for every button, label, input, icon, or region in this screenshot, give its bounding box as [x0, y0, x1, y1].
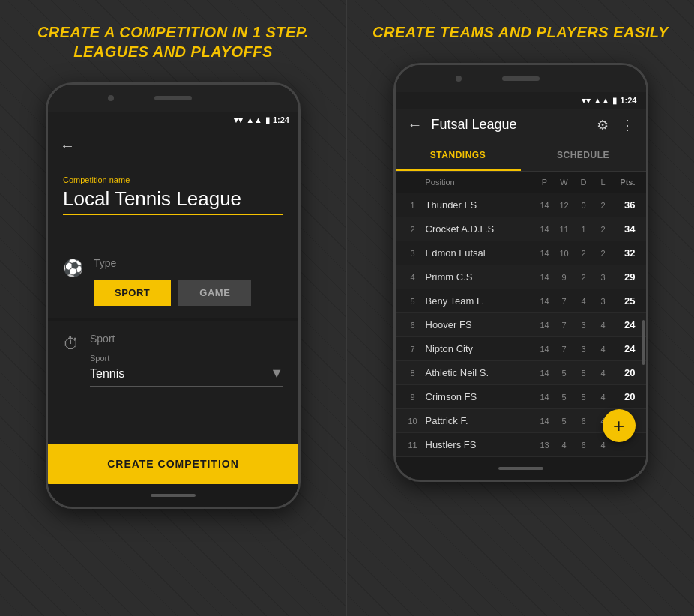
row-p: 14: [535, 225, 555, 234]
right-title: CREATE TEAMS AND PLAYERS EASILY: [372, 22, 669, 42]
row-d: 6: [574, 417, 594, 426]
speaker-right: [502, 76, 540, 81]
table-row[interactable]: 5 Beny Team F. 14 7 4 3 25: [396, 289, 646, 313]
tabs-bar: STANDINGS SCHEDULE: [396, 141, 646, 172]
app-header-left: ←: [48, 128, 298, 163]
row-w: 7: [555, 297, 574, 306]
table-row[interactable]: 2 Crocket A.D.F.S 14 11 1 2 34: [396, 217, 646, 241]
phone-top-bar-right: [396, 65, 646, 92]
row-d: 2: [574, 273, 594, 282]
table-row[interactable]: 9 Crimson FS 14 5 5 4 20: [396, 385, 646, 409]
sport-button[interactable]: SPORT: [94, 280, 171, 306]
table-row[interactable]: 7 Nipton City 14 7 3 4 24: [396, 337, 646, 361]
tab-schedule[interactable]: SCHEDULE: [521, 141, 646, 171]
phone-left: ▾▾ ▲▲ ▮ 1:24 ← Competition name Local Te…: [46, 82, 301, 509]
table-row[interactable]: 8 Athletic Neil S. 14 5 5 4 20: [396, 361, 646, 385]
row-team-name: Pattrick F.: [420, 415, 535, 426]
game-button[interactable]: GAME: [178, 280, 251, 306]
row-pts: 24: [613, 319, 636, 330]
table-row[interactable]: 4 Primm C.S 14 9 2 3 29: [396, 265, 646, 289]
type-buttons: SPORT GAME: [94, 280, 283, 306]
row-pts: 24: [613, 343, 636, 354]
form-spacer: [48, 399, 298, 444]
sport-dropdown[interactable]: Tennis ▼: [90, 366, 283, 387]
row-p: 14: [535, 273, 555, 282]
row-d: 5: [574, 393, 594, 402]
sport-section: ⏱ Sport Sport Tennis ▼: [48, 321, 298, 399]
header-left: ← Futsal League: [408, 116, 517, 133]
status-bar-left: ▾▾ ▲▲ ▮ 1:24: [48, 112, 298, 128]
wifi-icon-right: ▾▾: [582, 96, 591, 106]
row-w: 5: [555, 417, 574, 426]
row-position: 11: [406, 441, 420, 450]
back-button-right[interactable]: ←: [408, 116, 423, 133]
row-team-name: Beny Team F.: [420, 295, 535, 307]
row-d: 2: [574, 249, 594, 258]
row-pts: 29: [613, 271, 636, 283]
row-p: 14: [535, 321, 555, 330]
signal-icon: ▲▲: [246, 115, 262, 124]
header-action-icons: ⚙ ⋮: [597, 117, 634, 133]
row-w: 5: [555, 393, 574, 402]
fab-add-button[interactable]: +: [603, 409, 636, 442]
type-section: ⚽ Type SPORT GAME: [48, 245, 298, 318]
app-title: Futsal League: [432, 117, 517, 133]
row-w: 4: [555, 441, 574, 450]
row-pts: 20: [613, 367, 636, 378]
row-l: 4: [594, 345, 613, 354]
row-team-name: Crocket A.D.F.S: [420, 223, 535, 235]
table-header: Position P W D L Pts.: [396, 172, 646, 193]
row-pts: 34: [613, 223, 636, 235]
row-p: 14: [535, 201, 555, 210]
row-position: 7: [406, 345, 420, 354]
row-position: 8: [406, 369, 420, 378]
status-icons-left: ▾▾ ▲▲ ▮ 1:24: [234, 115, 289, 125]
row-position: 9: [406, 393, 420, 402]
table-row[interactable]: 6 Hoover FS 14 7 3 4 24: [396, 313, 646, 337]
table-row[interactable]: 1 Thunder FS 14 12 0 2 36: [396, 193, 646, 217]
speaker-left: [154, 96, 192, 100]
row-l: 4: [594, 321, 613, 330]
row-team-name: Athletic Neil S.: [420, 367, 535, 378]
battery-icon: ▮: [265, 115, 270, 125]
app-header-right: ← Futsal League ⚙ ⋮: [396, 109, 646, 141]
competition-name-value[interactable]: Local Tennis League: [63, 187, 283, 215]
row-position: 6: [406, 321, 420, 330]
more-options-icon[interactable]: ⋮: [621, 117, 634, 133]
row-p: 13: [535, 441, 555, 450]
create-competition-bar[interactable]: CREATE COMPETITION: [48, 444, 298, 484]
row-team-name: Thunder FS: [420, 199, 535, 211]
row-w: 12: [555, 201, 574, 210]
tab-standings[interactable]: STANDINGS: [396, 141, 521, 171]
status-icons-right: ▾▾ ▲▲ ▮ 1:24: [582, 96, 637, 106]
sport-selected-value: Tennis: [90, 367, 124, 381]
create-competition-label: CREATE COMPETITION: [107, 458, 239, 470]
scrollbar-indicator: [642, 320, 645, 365]
row-team-name: Hoover FS: [420, 319, 535, 330]
row-l: 4: [594, 369, 613, 378]
battery-icon-right: ▮: [612, 96, 617, 106]
row-p: 14: [535, 345, 555, 354]
sport-icon: ⏱: [63, 334, 79, 354]
row-p: 14: [535, 369, 555, 378]
row-w: 10: [555, 249, 574, 258]
row-w: 11: [555, 225, 574, 234]
settings-icon[interactable]: ⚙: [597, 117, 609, 133]
row-team-name: Edmon Futsal: [420, 247, 535, 259]
row-l: 2: [594, 225, 613, 234]
signal-icon-right: ▲▲: [594, 96, 610, 105]
row-position: 10: [406, 417, 420, 426]
table-row[interactable]: 3 Edmon Futsal 14 10 2 2 32: [396, 241, 646, 265]
row-w: 7: [555, 345, 574, 354]
row-p: 14: [535, 393, 555, 402]
row-team-name: Nipton City: [420, 343, 535, 354]
back-button-left[interactable]: ←: [60, 137, 75, 154]
row-pts: 25: [613, 295, 636, 307]
row-w: 5: [555, 369, 574, 378]
row-l: 4: [594, 393, 613, 402]
dropdown-arrow-icon: ▼: [270, 366, 283, 381]
row-position: 2: [406, 225, 420, 234]
row-position: 3: [406, 249, 420, 258]
camera-right: [456, 76, 462, 82]
row-l: 3: [594, 297, 613, 306]
